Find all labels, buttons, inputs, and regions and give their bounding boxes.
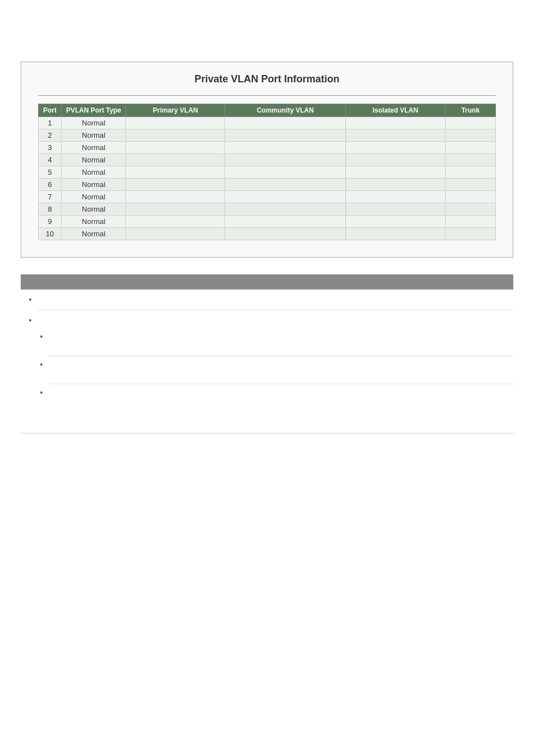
cell-primary-vlan [126,179,225,191]
cell-port: 1 [39,117,62,129]
cell-trunk [446,117,496,129]
cell-community-vlan [225,203,346,216]
notes-item-2 [38,310,513,417]
cell-trunk [446,166,496,179]
cell-isolated-vlan [345,117,445,129]
notes-sub-item-3 [49,384,513,412]
cell-community-vlan [225,191,346,203]
table-row: 2Normal [39,129,496,142]
cell-port: 2 [39,129,62,142]
table-row: 4Normal [39,154,496,166]
cell-primary-vlan [126,191,225,203]
cell-community-vlan [225,129,346,142]
cell-trunk [446,154,496,166]
notes-header [21,274,513,290]
table-header-row: Port PVLAN Port Type Primary VLAN Commun… [39,104,496,117]
cell-primary-vlan [126,129,225,142]
table-row: 6Normal [39,179,496,191]
cell-trunk [446,142,496,154]
cell-pvlan-type: Normal [62,129,126,142]
col-port: Port [39,104,62,117]
notes-sub-item-1 [49,328,513,356]
cell-port: 7 [39,191,62,203]
cell-isolated-vlan [345,191,445,203]
cell-trunk [446,228,496,240]
cell-isolated-vlan [345,154,445,166]
cell-primary-vlan [126,166,225,179]
table-row: 3Normal [39,142,496,154]
table-row: 10Normal [39,228,496,240]
table-row: 9Normal [39,216,496,228]
notes-sub-item-2 [49,356,513,384]
cell-pvlan-type: Normal [62,216,126,228]
cell-primary-vlan [126,117,225,129]
cell-pvlan-type: Normal [62,154,126,166]
cell-port: 6 [39,179,62,191]
cell-pvlan-type: Normal [62,203,126,216]
cell-pvlan-type: Normal [62,191,126,203]
page-wrapper: Private VLAN Port Information Port PVLAN… [0,11,534,456]
cell-pvlan-type: Normal [62,228,126,240]
cell-port: 5 [39,166,62,179]
cell-pvlan-type: Normal [62,117,126,129]
top-spacer [17,22,517,45]
cell-community-vlan [225,179,346,191]
cell-isolated-vlan [345,166,445,179]
cell-isolated-vlan [345,216,445,228]
cell-trunk [446,129,496,142]
notes-list [21,290,513,416]
notes-item-1 [38,290,513,310]
col-pvlan-type: PVLAN Port Type [62,104,126,117]
cell-trunk [446,191,496,203]
cell-port: 8 [39,203,62,216]
table-row: 7Normal [39,191,496,203]
cell-isolated-vlan [345,129,445,142]
notes-item-2-text [38,316,40,324]
cell-isolated-vlan [345,228,445,240]
cell-pvlan-type: Normal [62,166,126,179]
cell-port: 3 [39,142,62,154]
table-row: 1Normal [39,117,496,129]
pvlan-table: Port PVLAN Port Type Primary VLAN Commun… [38,104,496,240]
cell-primary-vlan [126,203,225,216]
cell-trunk [446,216,496,228]
col-isolated-vlan: Isolated VLAN [345,104,445,117]
cell-trunk [446,203,496,216]
cell-primary-vlan [126,154,225,166]
cell-primary-vlan [126,228,225,240]
cell-community-vlan [225,154,346,166]
cell-isolated-vlan [345,142,445,154]
table-row: 5Normal [39,166,496,179]
cell-community-vlan [225,216,346,228]
cell-primary-vlan [126,142,225,154]
bottom-divider [21,433,513,433]
cell-trunk [446,179,496,191]
pvlan-section: Private VLAN Port Information Port PVLAN… [21,62,513,258]
cell-pvlan-type: Normal [62,179,126,191]
cell-primary-vlan [126,216,225,228]
cell-pvlan-type: Normal [62,142,126,154]
cell-isolated-vlan [345,179,445,191]
pvlan-divider [38,95,496,96]
cell-port: 10 [39,228,62,240]
pvlan-title: Private VLAN Port Information [38,73,496,85]
notes-sub-list [38,328,513,412]
cell-port: 9 [39,216,62,228]
notes-section [21,274,513,416]
cell-isolated-vlan [345,203,445,216]
cell-community-vlan [225,228,346,240]
cell-community-vlan [225,117,346,129]
table-row: 8Normal [39,203,496,216]
col-primary-vlan: Primary VLAN [126,104,225,117]
cell-port: 4 [39,154,62,166]
col-trunk: Trunk [446,104,496,117]
cell-community-vlan [225,166,346,179]
col-community-vlan: Community VLAN [225,104,346,117]
cell-community-vlan [225,142,346,154]
